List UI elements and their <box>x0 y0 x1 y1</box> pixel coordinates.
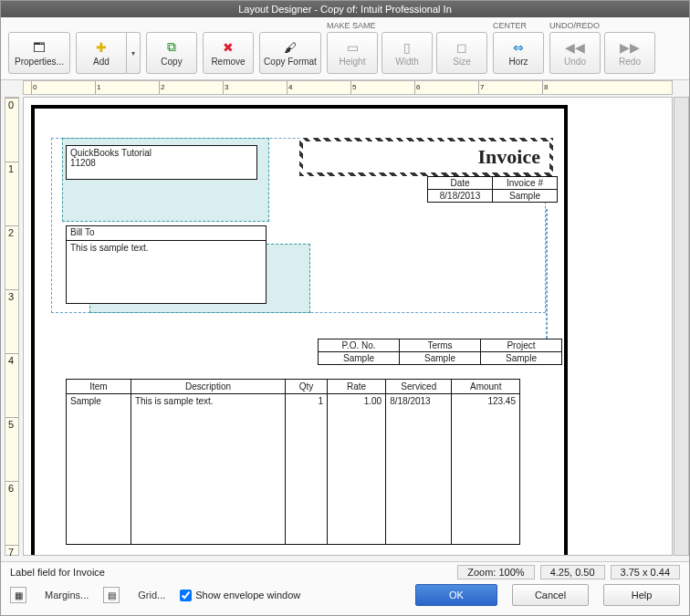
date-value: 8/18/2013 <box>428 190 493 203</box>
page[interactable]: QuickBooks Tutorial 11208 Invoice Date I… <box>31 105 568 556</box>
po-terms-table[interactable]: P.O. No. Terms Project Sample Sample Sam… <box>318 339 562 365</box>
paintbrush-icon: 🖌 <box>283 40 298 55</box>
cell-serviced: 8/18/2013 <box>386 394 452 545</box>
size-readout: 3.75 x 0.44 <box>611 565 680 579</box>
billto-label: Bill To <box>70 227 95 237</box>
ok-button[interactable]: OK <box>415 584 497 606</box>
copy-button[interactable]: ⧉ Copy <box>146 32 197 74</box>
margins-button[interactable]: Margins... <box>45 585 89 605</box>
cancel-button[interactable]: Cancel <box>512 584 589 606</box>
grid-button[interactable]: Grid... <box>138 585 165 605</box>
date-header: Date <box>428 177 493 190</box>
company-name-text: QuickBooks Tutorial <box>70 148 253 158</box>
redo-label: Redo <box>619 57 641 67</box>
col-serviced: Serviced <box>386 380 452 394</box>
horz-center-icon: ⇔ <box>511 40 526 55</box>
margins-icon: ▦ <box>10 587 26 603</box>
zoom-readout[interactable]: Zoom: 100% <box>457 565 534 579</box>
cell-desc: This is sample text. <box>131 394 285 545</box>
width-button[interactable]: ▯ Width <box>382 32 433 74</box>
project-header: Project <box>481 339 562 352</box>
position-readout: 4.25, 0.50 <box>540 565 605 579</box>
properties-label: Properties... <box>15 57 64 67</box>
height-label: Height <box>340 57 366 67</box>
items-table[interactable]: Item Description Qty Rate Serviced Amoun… <box>66 379 520 545</box>
envelope-checkbox-label[interactable]: Show envelope window <box>180 590 300 601</box>
redo-button[interactable]: ▶▶ Redo <box>604 32 655 74</box>
billto-sample-text: This is sample text. <box>70 243 149 253</box>
col-amount: Amount <box>452 380 520 394</box>
footer: Label field for Invoice Zoom: 100% 4.25,… <box>1 561 689 615</box>
plus-icon: ✚ <box>94 40 109 55</box>
remove-button[interactable]: ✖ Remove <box>203 32 254 74</box>
add-dropdown[interactable]: ▾ <box>127 32 141 74</box>
table-row[interactable]: Sample This is sample text. 1 1.00 8/18/… <box>67 394 520 545</box>
undo-button[interactable]: ◀◀ Undo <box>549 32 601 74</box>
copy-label: Copy <box>161 57 182 67</box>
redo-icon: ▶▶ <box>622 40 637 55</box>
company-field[interactable]: QuickBooks Tutorial 11208 <box>66 145 257 180</box>
undo-label: Undo <box>564 57 586 67</box>
add-label: Add <box>93 57 110 67</box>
size-label: Size <box>453 57 470 67</box>
po-value: Sample <box>319 352 400 365</box>
undo-icon: ◀◀ <box>568 40 582 55</box>
add-button[interactable]: ✚ Add <box>76 32 127 74</box>
invno-header: Invoice # <box>493 177 558 190</box>
height-button[interactable]: ▭ Height <box>327 32 378 74</box>
horz-label: Horz <box>508 57 528 67</box>
date-invno-table[interactable]: Date Invoice # 8/18/2013 Sample <box>427 176 558 203</box>
terms-header: Terms <box>400 339 481 352</box>
invno-value: Sample <box>493 190 558 203</box>
group-undo: UNDO/REDO <box>549 21 655 30</box>
copyformat-label: Copy Format <box>264 57 317 67</box>
invoice-title-field[interactable]: Invoice <box>299 138 553 176</box>
width-label: Width <box>395 57 419 67</box>
po-header: P.O. No. <box>319 339 400 352</box>
ruler-horizontal[interactable]: 012345678 <box>23 80 673 95</box>
company-number-text: 11208 <box>70 158 253 168</box>
remove-icon: ✖ <box>221 40 235 55</box>
ruler-vertical[interactable]: 01234567 <box>5 97 19 556</box>
envelope-text: Show envelope window <box>195 590 300 600</box>
envelope-checkbox[interactable] <box>180 590 192 601</box>
cell-rate: 1.00 <box>328 394 386 545</box>
properties-icon: 🗔 <box>32 40 47 55</box>
col-qty: Qty <box>286 380 328 394</box>
design-canvas[interactable]: QuickBooks Tutorial 11208 Invoice Date I… <box>23 97 673 556</box>
size-icon: ◻ <box>455 40 469 55</box>
project-value: Sample <box>481 352 562 365</box>
size-button[interactable]: ◻ Size <box>436 32 487 74</box>
copyformat-button[interactable]: 🖌 Copy Format <box>259 32 321 74</box>
col-desc: Description <box>131 380 285 394</box>
billto-address-field[interactable]: This is sample text. <box>66 240 267 304</box>
grid-icon: ▤ <box>103 587 120 603</box>
horz-button[interactable]: ⇔ Horz <box>493 32 544 74</box>
height-icon: ▭ <box>345 40 360 55</box>
window-title: Layout Designer - Copy of: Intuit Profes… <box>1 1 689 17</box>
cell-amount: 123.45 <box>452 394 520 545</box>
cell-item: Sample <box>67 394 131 545</box>
status-label: Label field for Invoice <box>10 567 105 578</box>
terms-value: Sample <box>400 352 481 365</box>
copy-icon: ⧉ <box>164 40 179 55</box>
invoice-title-text: Invoice <box>478 145 540 169</box>
properties-button[interactable]: 🗔 Properties... <box>8 32 70 74</box>
cell-qty: 1 <box>286 394 328 545</box>
col-item: Item <box>67 380 131 394</box>
col-rate: Rate <box>328 380 386 394</box>
group-make-same: MAKE SAME <box>327 21 487 30</box>
toolbar: 🗔 Properties... ✚ Add ▾ ⧉ Copy ✖ Remove <box>1 17 689 80</box>
group-center: CENTER <box>493 21 544 30</box>
width-icon: ▯ <box>400 40 414 55</box>
help-button[interactable]: Help <box>603 584 680 606</box>
scrollbar-vertical[interactable] <box>674 97 689 556</box>
guide-line <box>546 209 548 339</box>
remove-label: Remove <box>211 57 245 67</box>
canvas-area: 012345678 01234567 QuickBooks Tutorial 1… <box>1 80 689 561</box>
